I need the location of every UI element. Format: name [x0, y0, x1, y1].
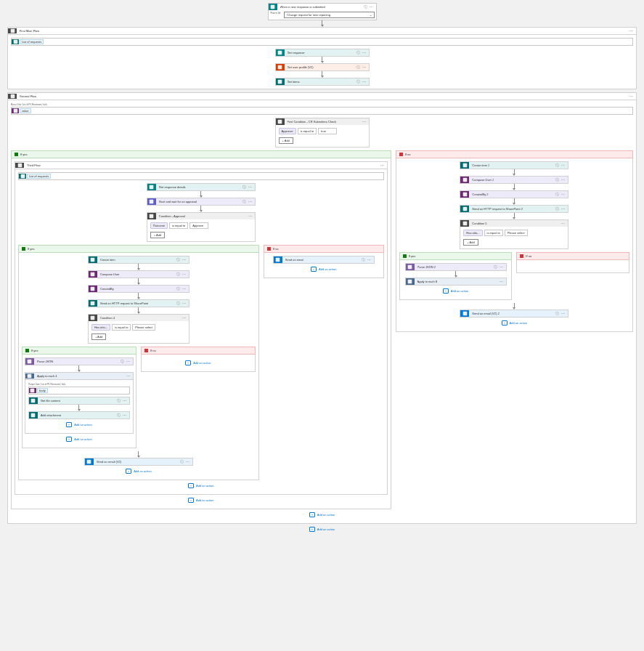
add-condition-button[interactable]: + Add: [463, 239, 478, 246]
card-title: Parse JSON 2: [417, 265, 436, 269]
cond-op[interactable]: is equal to: [298, 128, 317, 134]
cond-op[interactable]: is equal to: [112, 324, 131, 331]
add-action-link[interactable]: Add an action: [399, 318, 629, 328]
deep-if-no-body: Add an action: [141, 355, 256, 372]
info-icon[interactable]: ⓘ: [364, 5, 367, 9]
trigger-card[interactable]: When a new response is submitted ⓘ⋯ Form…: [268, 3, 377, 20]
compose-user-2-card[interactable]: Compose User 2ⓘ⋯: [460, 176, 568, 184]
ellipsis-icon[interactable]: ⋯: [629, 94, 633, 98]
ellipsis-icon[interactable]: ⋯: [500, 265, 503, 269]
apply-to-each-8-card[interactable]: Apply to each 8⋯: [405, 278, 507, 286]
ellipsis-icon[interactable]: ⋯: [186, 460, 189, 464]
approval-condition-card[interactable]: Condition - Approval⋯ Outcome is equal t…: [147, 212, 256, 242]
second-scope-header[interactable]: Second Flow⋯: [7, 92, 637, 100]
ellipsis-icon[interactable]: ⋯: [182, 316, 186, 320]
add-action-link[interactable]: Add an action: [11, 509, 633, 520]
createdby-card[interactable]: CreatedByⓘ⋯: [88, 285, 189, 293]
get-response-card[interactable]: Get responseⓘ⋯: [275, 49, 370, 57]
ellipsis-icon[interactable]: ⋯: [629, 29, 633, 33]
parse-json-card[interactable]: Parse JSONⓘ⋯: [25, 357, 134, 365]
ellipsis-icon[interactable]: ⋯: [123, 399, 126, 403]
condition-5-card[interactable]: Condition 5⋯ Has atta... is equal to Ple…: [460, 219, 568, 249]
http-request-card[interactable]: Send an HTTP request to SharePointⓘ⋯: [88, 299, 189, 307]
ellipsis-icon[interactable]: ⋯: [500, 280, 503, 283]
add-action-link[interactable]: Add an action: [3, 524, 641, 535]
ellipsis-icon[interactable]: ⋯: [561, 178, 565, 182]
form-id-select[interactable]: Change request for new reporting ⌄: [284, 12, 374, 18]
branch-label: If no: [273, 247, 279, 251]
ellipsis-icon[interactable]: ⋯: [362, 80, 366, 84]
send-email-card[interactable]: Send an emailⓘ⋯: [273, 256, 375, 264]
add-action-link[interactable]: Add an action: [28, 419, 130, 430]
send-email-v2-card[interactable]: Send an email (V2)ⓘ⋯: [84, 458, 193, 466]
start-approval-card[interactable]: Start and wait for an approvalⓘ⋯: [147, 198, 256, 206]
ellipsis-icon[interactable]: ⋯: [561, 312, 565, 315]
compose-user-card[interactable]: Compose Userⓘ⋯: [88, 270, 189, 278]
get-response-details-card[interactable]: Get response detailsⓘ⋯: [147, 183, 256, 191]
ellipsis-icon[interactable]: ⋯: [248, 185, 252, 189]
scope-input-slot[interactable]: List of requests: [18, 172, 384, 180]
add-attachment-card[interactable]: Add attachmentⓘ⋯: [28, 411, 130, 419]
send-email-v2-2-card[interactable]: Send an email (V2) 2ⓘ⋯: [460, 310, 568, 318]
cond-right[interactable]: Please select: [132, 324, 155, 331]
scope-input-slot[interactable]: value: [11, 107, 633, 115]
card-title: Condition - Approval: [159, 214, 185, 218]
add-condition-button[interactable]: + Add: [150, 232, 165, 238]
createdby-2-card[interactable]: CreatedBy 2ⓘ⋯: [460, 190, 568, 198]
ellipsis-icon[interactable]: ⋯: [561, 163, 565, 167]
add-action-link[interactable]: Add an action: [15, 495, 388, 506]
cond-op[interactable]: is equal to: [484, 230, 503, 236]
cond-right[interactable]: true: [318, 128, 337, 134]
cond-left[interactable]: Has atta...: [91, 324, 110, 331]
cond-left[interactable]: Outcome: [150, 222, 168, 229]
ellipsis-icon[interactable]: ⋯: [362, 120, 366, 124]
create-item-card[interactable]: Create itemⓘ⋯: [88, 256, 189, 264]
add-condition-button[interactable]: + Add: [91, 333, 106, 340]
cond-left[interactable]: Has atta...: [463, 230, 482, 236]
add-action-link[interactable]: Add an action: [267, 264, 380, 275]
get-user-profile-card[interactable]: Get user profile (V2)ⓘ⋯: [275, 63, 370, 71]
get-items-card[interactable]: Get itemsⓘ⋯: [275, 78, 370, 86]
ellipsis-icon[interactable]: ⋯: [182, 287, 186, 291]
ellipsis-icon[interactable]: ⋯: [561, 222, 565, 225]
ellipsis-icon[interactable]: ⋯: [561, 193, 565, 196]
ellipsis-icon[interactable]: ⋯: [126, 374, 130, 378]
first-condition-card[interactable]: First Condition - CR Submitters Check⋯ A…: [275, 118, 370, 147]
cond-left[interactable]: Approver: [279, 128, 296, 134]
ellipsis-icon[interactable]: ⋯: [123, 413, 126, 417]
ellipsis-icon[interactable]: ⋯: [126, 360, 130, 363]
parse-icon: [406, 264, 415, 270]
right-deep-if-no-header: If no: [516, 252, 629, 260]
ellipsis-icon[interactable]: ⋯: [182, 258, 186, 262]
loop-input-slot[interactable]: body: [28, 387, 130, 395]
add-action-link[interactable]: Add an action: [403, 286, 509, 296]
ellipsis-icon[interactable]: ⋯: [182, 302, 186, 305]
ellipsis-icon[interactable]: ⋯: [380, 163, 384, 167]
parse-json-2-card[interactable]: Parse JSON 2ⓘ⋯: [405, 263, 507, 271]
ellipsis-icon[interactable]: ⋯: [367, 258, 371, 262]
condition-4-card[interactable]: Condition 4⋯ Has atta... is equal to Ple…: [88, 314, 189, 344]
ellipsis-icon[interactable]: ⋯: [561, 207, 565, 211]
add-action-link[interactable]: Add an action: [144, 357, 252, 368]
add-action-link[interactable]: Add an action: [18, 480, 384, 491]
third-flow-header[interactable]: Third Flow⋯: [15, 161, 388, 169]
add-condition-button[interactable]: + Add: [279, 137, 293, 144]
first-scope-header[interactable]: First Main Flow⋯: [7, 27, 637, 35]
cond-right[interactable]: Please select: [505, 230, 528, 236]
ellipsis-icon[interactable]: ⋯: [248, 200, 252, 203]
ellipsis-icon[interactable]: ⋯: [248, 214, 252, 218]
ellipsis-icon[interactable]: ⋯: [362, 65, 366, 69]
ellipsis-icon[interactable]: ⋯: [182, 272, 186, 276]
cond-op[interactable]: is equal to: [169, 222, 188, 229]
create-item-2-card[interactable]: Create item 2ⓘ⋯: [460, 161, 568, 169]
get-file-content-card[interactable]: Get file contentⓘ⋯: [28, 397, 130, 405]
http-request-2-card[interactable]: Send an HTTP request to SharePoint 2ⓘ⋯: [460, 205, 568, 213]
ellipsis-icon[interactable]: ⋯: [362, 51, 366, 54]
add-action-link[interactable]: Add an action: [22, 466, 256, 477]
add-action-link[interactable]: Add an action: [25, 434, 133, 445]
apply-to-each-header[interactable]: Apply to each 4⋯: [25, 372, 134, 380]
variable-icon: [460, 177, 469, 183]
scope-input-slot[interactable]: List of requests: [11, 38, 633, 46]
ellipsis-icon[interactable]: ⋯: [370, 5, 373, 9]
cond-right[interactable]: Approve: [189, 222, 208, 229]
